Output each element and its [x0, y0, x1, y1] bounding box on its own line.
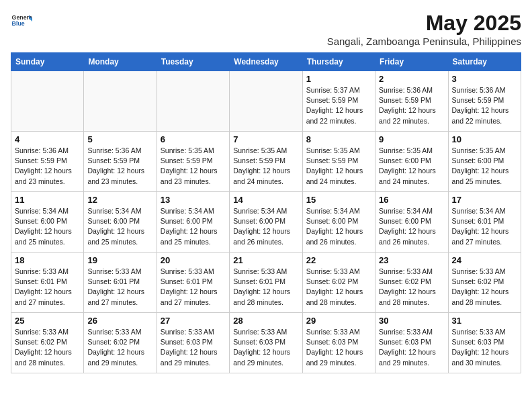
calendar-cell: 17Sunrise: 5:34 AM Sunset: 6:01 PM Dayli…: [448, 192, 521, 253]
day-header-sunday: Sunday: [11, 53, 84, 71]
day-info: Sunrise: 5:33 AM Sunset: 6:02 PM Dayligh…: [87, 327, 152, 368]
week-row-2: 4Sunrise: 5:36 AM Sunset: 5:59 PM Daylig…: [11, 132, 521, 192]
day-number: 25: [15, 316, 80, 326]
day-number: 18: [15, 255, 80, 265]
svg-text:Blue: Blue: [12, 20, 25, 27]
calendar-cell: 22Sunrise: 5:33 AM Sunset: 6:02 PM Dayli…: [302, 253, 375, 313]
calendar-cell: 1Sunrise: 5:37 AM Sunset: 5:59 PM Daylig…: [302, 71, 375, 132]
day-info: Sunrise: 5:35 AM Sunset: 5:59 PM Dayligh…: [306, 146, 371, 187]
day-number: 5: [87, 134, 152, 144]
calendar-cell: 29Sunrise: 5:33 AM Sunset: 6:03 PM Dayli…: [302, 313, 375, 373]
day-number: 6: [161, 134, 226, 144]
calendar-cell: [84, 71, 157, 132]
day-info: Sunrise: 5:36 AM Sunset: 5:59 PM Dayligh…: [15, 146, 80, 187]
calendar-cell: 10Sunrise: 5:35 AM Sunset: 6:00 PM Dayli…: [448, 132, 521, 192]
day-info: Sunrise: 5:36 AM Sunset: 5:59 PM Dayligh…: [379, 85, 444, 126]
day-header-wednesday: Wednesday: [230, 53, 302, 71]
day-number: 29: [306, 316, 371, 326]
calendar-cell: 8Sunrise: 5:35 AM Sunset: 5:59 PM Daylig…: [302, 132, 375, 192]
day-number: 16: [379, 195, 444, 205]
day-info: Sunrise: 5:34 AM Sunset: 6:00 PM Dayligh…: [161, 206, 226, 247]
calendar-cell: [157, 71, 229, 132]
calendar-cell: 6Sunrise: 5:35 AM Sunset: 5:59 PM Daylig…: [157, 132, 229, 192]
calendar-cell: 26Sunrise: 5:33 AM Sunset: 6:02 PM Dayli…: [84, 313, 157, 373]
location-title: Sangali, Zamboanga Peninsula, Philippine…: [327, 36, 521, 47]
day-info: Sunrise: 5:34 AM Sunset: 6:01 PM Dayligh…: [452, 206, 517, 247]
day-info: Sunrise: 5:34 AM Sunset: 6:00 PM Dayligh…: [233, 206, 298, 247]
day-header-monday: Monday: [84, 53, 157, 71]
calendar-cell: 24Sunrise: 5:33 AM Sunset: 6:02 PM Dayli…: [448, 253, 521, 313]
calendar-cell: 23Sunrise: 5:33 AM Sunset: 6:02 PM Dayli…: [375, 253, 448, 313]
day-number: 26: [87, 316, 152, 326]
week-row-4: 18Sunrise: 5:33 AM Sunset: 6:01 PM Dayli…: [11, 253, 521, 313]
week-row-3: 11Sunrise: 5:34 AM Sunset: 6:00 PM Dayli…: [11, 192, 521, 253]
calendar-cell: 30Sunrise: 5:33 AM Sunset: 6:03 PM Dayli…: [375, 313, 448, 373]
day-number: 2: [379, 74, 444, 84]
day-number: 13: [161, 195, 226, 205]
day-info: Sunrise: 5:35 AM Sunset: 5:59 PM Dayligh…: [161, 146, 226, 187]
calendar-cell: 5Sunrise: 5:36 AM Sunset: 5:59 PM Daylig…: [84, 132, 157, 192]
day-info: Sunrise: 5:35 AM Sunset: 6:00 PM Dayligh…: [452, 146, 517, 187]
day-number: 19: [87, 255, 152, 265]
day-info: Sunrise: 5:33 AM Sunset: 6:03 PM Dayligh…: [161, 327, 226, 368]
week-row-5: 25Sunrise: 5:33 AM Sunset: 6:02 PM Dayli…: [11, 313, 521, 373]
calendar-cell: 25Sunrise: 5:33 AM Sunset: 6:02 PM Dayli…: [11, 313, 84, 373]
day-number: 9: [379, 134, 444, 144]
day-info: Sunrise: 5:36 AM Sunset: 5:59 PM Dayligh…: [452, 85, 517, 126]
day-info: Sunrise: 5:34 AM Sunset: 6:00 PM Dayligh…: [87, 206, 152, 247]
day-number: 17: [452, 195, 517, 205]
day-number: 31: [452, 316, 517, 326]
day-info: Sunrise: 5:33 AM Sunset: 6:02 PM Dayligh…: [15, 327, 80, 368]
day-number: 3: [452, 74, 517, 84]
title-area: May 2025 Sangali, Zamboanga Peninsula, P…: [327, 11, 521, 47]
calendar-cell: 11Sunrise: 5:34 AM Sunset: 6:00 PM Dayli…: [11, 192, 84, 253]
day-info: Sunrise: 5:33 AM Sunset: 6:02 PM Dayligh…: [452, 267, 517, 308]
day-number: 20: [161, 255, 226, 265]
logo-icon: General Blue: [11, 11, 32, 32]
day-number: 22: [306, 255, 371, 265]
week-row-1: 1Sunrise: 5:37 AM Sunset: 5:59 PM Daylig…: [11, 71, 521, 132]
calendar-cell: 19Sunrise: 5:33 AM Sunset: 6:01 PM Dayli…: [84, 253, 157, 313]
day-number: 14: [233, 195, 298, 205]
calendar-cell: [230, 71, 302, 132]
day-number: 21: [233, 255, 298, 265]
calendar-cell: 13Sunrise: 5:34 AM Sunset: 6:00 PM Dayli…: [157, 192, 229, 253]
day-number: 30: [379, 316, 444, 326]
calendar-cell: 28Sunrise: 5:33 AM Sunset: 6:03 PM Dayli…: [230, 313, 302, 373]
day-info: Sunrise: 5:33 AM Sunset: 6:01 PM Dayligh…: [161, 267, 226, 308]
calendar-cell: 21Sunrise: 5:33 AM Sunset: 6:01 PM Dayli…: [230, 253, 302, 313]
day-number: 10: [452, 134, 517, 144]
day-number: 8: [306, 134, 371, 144]
day-info: Sunrise: 5:33 AM Sunset: 6:01 PM Dayligh…: [15, 267, 80, 308]
calendar-cell: 15Sunrise: 5:34 AM Sunset: 6:00 PM Dayli…: [302, 192, 375, 253]
day-number: 15: [306, 195, 371, 205]
day-info: Sunrise: 5:33 AM Sunset: 6:02 PM Dayligh…: [379, 267, 444, 308]
day-info: Sunrise: 5:35 AM Sunset: 6:00 PM Dayligh…: [379, 146, 444, 187]
calendar-cell: [11, 71, 84, 132]
calendar-cell: 4Sunrise: 5:36 AM Sunset: 5:59 PM Daylig…: [11, 132, 84, 192]
month-title: May 2025: [327, 11, 521, 36]
calendar-cell: 27Sunrise: 5:33 AM Sunset: 6:03 PM Dayli…: [157, 313, 229, 373]
calendar-cell: 7Sunrise: 5:35 AM Sunset: 5:59 PM Daylig…: [230, 132, 302, 192]
day-number: 4: [15, 134, 80, 144]
calendar-cell: 20Sunrise: 5:33 AM Sunset: 6:01 PM Dayli…: [157, 253, 229, 313]
day-info: Sunrise: 5:34 AM Sunset: 6:00 PM Dayligh…: [15, 206, 80, 247]
day-number: 24: [452, 255, 517, 265]
day-number: 23: [379, 255, 444, 265]
day-header-saturday: Saturday: [448, 53, 521, 71]
day-header-thursday: Thursday: [302, 53, 375, 71]
day-info: Sunrise: 5:34 AM Sunset: 6:00 PM Dayligh…: [306, 206, 371, 247]
calendar-cell: 16Sunrise: 5:34 AM Sunset: 6:00 PM Dayli…: [375, 192, 448, 253]
day-info: Sunrise: 5:33 AM Sunset: 6:03 PM Dayligh…: [452, 327, 517, 368]
day-info: Sunrise: 5:34 AM Sunset: 6:00 PM Dayligh…: [379, 206, 444, 247]
day-info: Sunrise: 5:35 AM Sunset: 5:59 PM Dayligh…: [233, 146, 298, 187]
day-info: Sunrise: 5:33 AM Sunset: 6:03 PM Dayligh…: [233, 327, 298, 368]
day-number: 27: [161, 316, 226, 326]
day-number: 1: [306, 74, 371, 84]
day-info: Sunrise: 5:33 AM Sunset: 6:01 PM Dayligh…: [233, 267, 298, 308]
page-header: General Blue May 2025 Sangali, Zamboanga…: [11, 11, 521, 47]
calendar-cell: 2Sunrise: 5:36 AM Sunset: 5:59 PM Daylig…: [375, 71, 448, 132]
day-info: Sunrise: 5:33 AM Sunset: 6:02 PM Dayligh…: [306, 267, 371, 308]
calendar-cell: 9Sunrise: 5:35 AM Sunset: 6:00 PM Daylig…: [375, 132, 448, 192]
day-info: Sunrise: 5:37 AM Sunset: 5:59 PM Dayligh…: [306, 85, 371, 126]
